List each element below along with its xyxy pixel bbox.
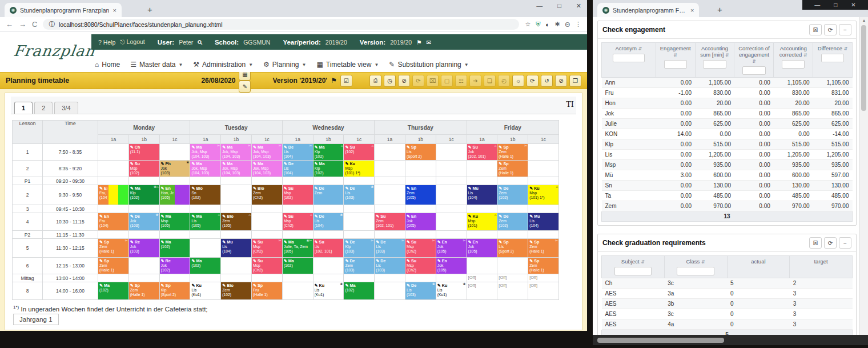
timetable-slot[interactable]: ✎ EnZem(105) [405, 185, 436, 205]
timetable-cell[interactable]: ✎ SpFru(Halle 1) [252, 282, 282, 299]
logout-link[interactable]: ⎋ Logout [120, 38, 144, 46]
table-row[interactable]: Mü3.00600.000.00600.00597.00 [602, 170, 853, 181]
timetable-slot[interactable] [467, 231, 497, 239]
timetable-cell[interactable]: ✎ BioZem(102) [221, 282, 251, 299]
horizontal-scrollbar[interactable] [593, 335, 868, 345]
timetable-slot[interactable]: ✎ MaLis(105)⌂ [190, 213, 221, 231]
table-row[interactable]: Zem0.00970.000.00970.00970.00 [602, 201, 853, 211]
extension-darkmode-icon[interactable]: ◐ [546, 21, 550, 28]
timetable-cell[interactable]: ✎ Su(102)⌂ [344, 144, 374, 160]
address-field[interactable]: ⓘ localhost:8080/SchulPlaner/faces/stund… [43, 19, 519, 30]
menu-item-administration[interactable]: ⚒Administration▼ [193, 61, 253, 69]
version-tag-icon[interactable]: ⚑ [331, 77, 337, 85]
timetable-cell[interactable] [118, 185, 128, 205]
timetable-slot[interactable]: ✎ SpLis(Sport 2) [497, 239, 528, 258]
timetable-slot[interactable] [128, 274, 159, 282]
timetable-slot[interactable]: ✎ Su(102)⌂ [344, 144, 375, 161]
timetable-cell[interactable]: ✎ MuLis(104) [221, 239, 251, 257]
timetable-cell[interactable]: ✎ DeLis(103) [375, 258, 405, 274]
timetable-slot[interactable] [467, 258, 497, 274]
sort-icon[interactable]: ⇵ [725, 53, 729, 58]
timetable-slot[interactable]: ✎ EnFru(104) [98, 213, 129, 231]
timetable-cell[interactable]: ✎ DeLis(104) [283, 161, 313, 177]
timetable-slot[interactable]: [Off] [497, 282, 528, 300]
timetable-cell[interactable] [175, 185, 190, 205]
timetable-slot[interactable]: ✎ SuMsp(Ch2) [405, 258, 436, 274]
timetable-slot[interactable] [467, 177, 497, 185]
timetable-cell[interactable]: ✎ MaJok, Msp(104, 103)✂ [221, 144, 251, 160]
timetable-cell[interactable]: ✎ Ma(102) [160, 239, 190, 257]
table-row[interactable]: Julie0.00625.000.00625.00625.00 [602, 119, 853, 129]
timetable-slot[interactable] [98, 177, 129, 185]
timetable-cell[interactable]: ✎ DeJok(103)❀ [129, 213, 159, 230]
table-row[interactable]: Hon0.0020.000.0020.0020.00 [602, 98, 853, 109]
refresh-button[interactable]: ⟳ [824, 237, 837, 249]
column-filter-input[interactable] [613, 54, 645, 62]
timetable-slot[interactable]: [Off] [528, 274, 559, 282]
timetable-slot[interactable]: ✎ MaKlp(102) [313, 161, 344, 177]
timetable-slot[interactable]: ✎ EnJok(105) [467, 239, 497, 258]
timetable-cell[interactable]: ✎ SuMsp(Ch2)✂ [405, 239, 436, 257]
timetable-slot[interactable]: ✎ SuMsp(Ch2)⌂ [282, 213, 313, 231]
bookmark-star-icon[interactable]: ☆ [525, 21, 531, 28]
timetable-slot[interactable]: ✎ PhJok(103)❀ [159, 161, 190, 177]
sort-icon[interactable]: ⇵ [701, 259, 705, 265]
timetable-cell[interactable]: ✎ SuMsp(Ch2)⌂ [283, 213, 313, 230]
timetable-slot[interactable]: ✎ Ma(102) [159, 239, 190, 258]
timetable-cell[interactable]: ✎ KuMsp(101) 1*)⌂ [528, 185, 558, 205]
timetable-cell[interactable]: ✎ SpZem(Halle 1)✂ [497, 144, 528, 160]
timetable-slot[interactable]: ✎ SpZem(Halle 1) [528, 258, 559, 274]
timetable-slot[interactable] [344, 231, 375, 239]
column-filter-input[interactable] [821, 54, 844, 62]
timetable-slot[interactable]: ✎ SpZem(Halle 1)✂ [528, 239, 559, 258]
scrollbar-thumb[interactable] [861, 25, 866, 111]
menu-item-home[interactable]: ⌂Home [95, 61, 120, 69]
timetable-slot[interactable] [128, 231, 159, 239]
back-icon[interactable]: ← [6, 20, 13, 29]
timetable-slot[interactable]: ✎ SuLis(102, 101) [313, 239, 344, 258]
timetable-slot[interactable] [159, 231, 190, 239]
timetable-slot[interactable] [436, 213, 467, 231]
timetable-cell[interactable]: ✎ DeLis(103)✂ [375, 239, 405, 257]
timetable-cell[interactable]: ✎ MaJok, Msp(104, 103) [252, 161, 282, 177]
scrollbar-thumb[interactable] [597, 338, 724, 343]
timetable-slot[interactable] [190, 205, 221, 213]
timetable-slot[interactable]: ✎ MaKlp(102)❀⌂ [128, 185, 159, 205]
profile-avatar-icon[interactable]: Θ [565, 21, 570, 28]
timetable-slot[interactable]: ✎ MaJulie, Ta, Zem(105)❀✂ [282, 239, 313, 258]
timetable-slot[interactable]: ✎ KuMsp(101) 1*)⌂ [528, 185, 559, 205]
extension-puzzle-icon[interactable]: ✱ [554, 21, 560, 28]
timetable-slot[interactable] [344, 274, 375, 282]
column-header-accounting-sum-min-[interactable]: Accounting sum [min] ⇵ [695, 43, 734, 78]
timetable-slot[interactable] [436, 177, 467, 185]
timetable-slot[interactable]: ✎ BioZem(102) [221, 282, 252, 300]
timetable-cell[interactable]: ✎ SuMsp(102) [283, 185, 313, 205]
column-header-subject[interactable]: Subject ⇵ [602, 256, 665, 278]
timetable-cell[interactable]: ✎ MaJok, Msp(104, 103)✂ [252, 144, 282, 160]
timetable-cell[interactable]: ✎ DeZem(102) [497, 213, 528, 230]
timetable-cell[interactable]: ✎ DeZem [314, 185, 344, 205]
remove-selection-2-button[interactable]: ⊘ [555, 75, 567, 87]
timetable-slot[interactable]: ✎ MaJok, Msp(104, 103)✂ [251, 144, 282, 161]
timetable-slot[interactable] [436, 161, 467, 177]
timetable-slot[interactable] [375, 185, 405, 205]
sort-icon[interactable]: ⇵ [673, 53, 677, 58]
export-excel-button[interactable]: ☒ [809, 237, 822, 249]
timetable-slot[interactable]: ✎ DeKlp(103)✂ [344, 239, 375, 258]
timetable-slot[interactable] [436, 274, 467, 282]
timetable-cell[interactable]: ✎ SpZem(Halle 1)✂ [98, 239, 128, 257]
timetable-slot[interactable]: ✎ MuLis(104) [467, 185, 497, 205]
lightbulb-button[interactable]: ☼ [512, 75, 524, 87]
close-button[interactable]: ✕ [851, 2, 855, 8]
timetable-cell[interactable]: ✎ EnJok(105)✂ [436, 239, 467, 257]
timetable-slot[interactable] [375, 231, 405, 239]
timetable-cell[interactable]: ✎ EnZem(105) [405, 185, 436, 205]
timetable-slot[interactable]: ✎ SpZem(Halle 1) [98, 258, 129, 274]
timetable-slot[interactable]: ✎ KuLis(Ku1)❀ [313, 282, 344, 300]
timetable-slot[interactable]: ✎ MaKlp(102)⌂ [313, 144, 344, 161]
menu-item-planning[interactable]: ⚙Planning▼ [263, 61, 306, 69]
timetable-slot[interactable] [313, 274, 344, 282]
timetable-cell[interactable]: ✎ SpZem(Halle 1) [497, 161, 528, 177]
table-row[interactable]: Jok0.00865.000.00865.00865.00 [602, 109, 853, 119]
timetable-slot[interactable] [221, 274, 252, 282]
